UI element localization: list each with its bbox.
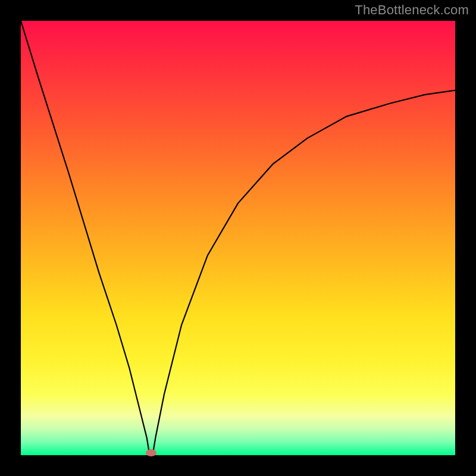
watermark-text: TheBottleneck.com — [355, 2, 469, 18]
optimum-point-marker — [146, 449, 156, 456]
chart-curve — [21, 21, 455, 455]
chart-frame: TheBottleneck.com — [0, 0, 476, 476]
